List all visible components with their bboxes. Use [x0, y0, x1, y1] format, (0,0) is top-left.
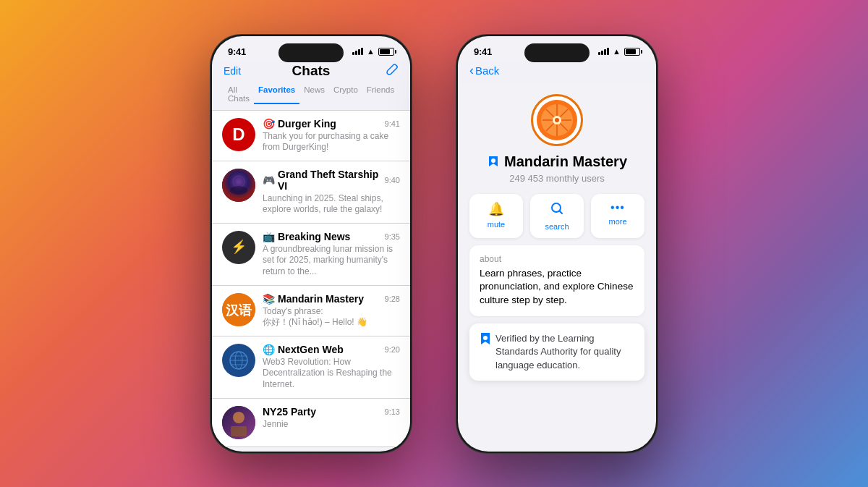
- svg-point-23: [491, 158, 495, 163]
- profile-body: Mandarin Mastery 249 453 monthly users 🔔…: [458, 84, 656, 391]
- about-text: Learn phrases, practice pronunciation, a…: [480, 267, 634, 308]
- mute-button[interactable]: 🔔 mute: [469, 194, 523, 238]
- chat-time-breaking-news: 9:35: [385, 232, 400, 241]
- chat-preview-durger-king: Thank you for purchasing a cake from Dur…: [263, 131, 400, 153]
- verified-bookmark-icon: [480, 332, 491, 372]
- tab-friends[interactable]: Friends: [362, 84, 399, 104]
- svg-rect-14: [231, 426, 247, 436]
- chats-title: Chats: [247, 63, 375, 79]
- chat-name-nextgen-web: 🌐 NextGen Web: [263, 344, 344, 355]
- mute-label: mute: [488, 220, 505, 229]
- svg-point-26: [483, 336, 488, 340]
- chat-time-ny25-party: 9:13: [385, 407, 400, 416]
- tab-news[interactable]: News: [299, 84, 329, 104]
- profile-nav: ‹ Back: [458, 60, 656, 84]
- more-button[interactable]: ••• more: [591, 194, 644, 238]
- chats-header: Edit Chats All Chats Favorites News Cryp…: [212, 60, 410, 111]
- status-icons-2: ▲: [598, 47, 640, 56]
- back-chevron-icon: ‹: [469, 63, 474, 78]
- svg-text:汉语: 汉语: [226, 303, 252, 318]
- chat-name-breaking-news: 📺 Breaking News: [263, 231, 350, 242]
- chat-content-mandarin-mastery: 📚 Mandarin Mastery 9:28 Today's phrase:你…: [263, 293, 400, 329]
- more-icon: •••: [610, 201, 625, 214]
- signal-icon-2: [598, 48, 609, 55]
- verified-text: Verified by the Learning Standards Autho…: [495, 332, 634, 372]
- chat-preview-breaking-news: A groundbreaking lunar mission is set fo…: [263, 244, 400, 278]
- phone-profile: 9:41 ▲ ‹ Back: [456, 34, 658, 454]
- chat-item-ny25-party[interactable]: NY25 Party 9:13 Jennie: [212, 399, 410, 447]
- chat-preview-ny25-party: Jennie: [263, 419, 400, 431]
- tab-crypto[interactable]: Crypto: [329, 84, 362, 104]
- back-button[interactable]: ‹ Back: [469, 63, 644, 78]
- avatar-mandarin-mastery: 汉语: [222, 293, 255, 326]
- chat-item-breaking-news[interactable]: ⚡ 📺 Breaking News 9:35 A groundbreaking …: [212, 224, 410, 286]
- more-label: more: [608, 217, 626, 226]
- phone-chats: 9:41 ▲ Edit Chats: [210, 34, 412, 454]
- chat-time-grand-theft: 9:40: [385, 176, 400, 185]
- chat-time-nextgen-web: 9:20: [385, 345, 400, 354]
- mute-icon: 🔔: [488, 201, 504, 217]
- svg-rect-0: [222, 169, 255, 202]
- about-card: about Learn phrases, practice pronunciat…: [469, 245, 644, 317]
- svg-point-22: [555, 118, 559, 122]
- avatar-breaking-news: ⚡: [222, 231, 255, 264]
- tab-favorites[interactable]: Favorites: [254, 84, 299, 104]
- chat-content-nextgen-web: 🌐 NextGen Web 9:20 Web3 Revolution: How …: [263, 344, 400, 391]
- svg-point-2: [230, 186, 247, 195]
- chats-nav: Edit Chats: [224, 63, 399, 80]
- chat-time-mandarin-mastery: 9:28: [385, 295, 400, 303]
- chat-item-grand-theft[interactable]: 🎮 Grand Theft Starship VI 9:40 Launching…: [212, 161, 410, 224]
- action-buttons: 🔔 mute search ••• more: [469, 194, 644, 238]
- svg-line-25: [560, 211, 563, 213]
- signal-icon: [352, 48, 363, 55]
- chat-content-durger-king: 🎯 Durger King 9:41 Thank you for purchas…: [263, 118, 400, 153]
- wifi-icon: ▲: [367, 47, 375, 56]
- avatar-nextgen-web: [222, 344, 255, 377]
- status-time-2: 9:41: [474, 46, 492, 57]
- search-button[interactable]: search: [530, 194, 584, 238]
- avatar-durger-king: D: [222, 118, 255, 151]
- search-label: search: [545, 222, 569, 231]
- profile-name: Mandarin Mastery: [487, 153, 627, 170]
- dynamic-island-2: [524, 43, 590, 62]
- chat-list: D 🎯 Durger King 9:41 Thank you for purch…: [212, 111, 410, 447]
- avatar-grand-theft: [222, 169, 255, 202]
- chat-name-durger-king: 🎯 Durger King: [263, 118, 336, 130]
- svg-point-13: [233, 412, 244, 423]
- bookmark-verified-icon: [487, 155, 500, 168]
- tab-all-chats[interactable]: All Chats: [224, 84, 254, 104]
- chat-time-durger-king: 9:41: [385, 119, 400, 128]
- battery-icon: [378, 48, 394, 56]
- edit-button[interactable]: Edit: [224, 65, 247, 77]
- verified-card: Verified by the Learning Standards Autho…: [469, 323, 644, 381]
- about-label: about: [480, 254, 634, 264]
- chat-content-breaking-news: 📺 Breaking News 9:35 A groundbreaking lu…: [263, 231, 400, 278]
- avatar-ny25-party: [222, 406, 255, 439]
- chat-name-ny25-party: NY25 Party: [263, 406, 316, 418]
- chat-name-mandarin-mastery: 📚 Mandarin Mastery: [263, 293, 364, 305]
- chat-item-durger-king[interactable]: D 🎯 Durger King 9:41 Thank you for purch…: [212, 111, 410, 161]
- chat-item-nextgen-web[interactable]: 🌐 NextGen Web 9:20 Web3 Revolution: How …: [212, 336, 410, 399]
- dynamic-island: [278, 43, 344, 62]
- chat-preview-nextgen-web: Web3 Revolution: How Decentralization is…: [263, 357, 400, 391]
- wifi-icon-2: ▲: [613, 47, 621, 56]
- back-label: Back: [475, 64, 499, 77]
- profile-users-count: 249 453 monthly users: [509, 173, 605, 184]
- compose-button[interactable]: [375, 63, 399, 80]
- profile-logo: [531, 94, 583, 146]
- chat-content-grand-theft: 🎮 Grand Theft Starship VI 9:40 Launching…: [263, 169, 400, 216]
- status-icons-1: ▲: [352, 47, 394, 56]
- chats-tabs: All Chats Favorites News Crypto Friends: [224, 84, 399, 104]
- chat-content-ny25-party: NY25 Party 9:13 Jennie: [263, 406, 400, 431]
- search-icon: [550, 201, 564, 219]
- svg-text:⚡: ⚡: [231, 239, 247, 255]
- status-time-1: 9:41: [228, 46, 246, 57]
- chat-name-grand-theft: 🎮 Grand Theft Starship VI: [263, 169, 385, 192]
- chat-item-mandarin-mastery[interactable]: 汉语 📚 Mandarin Mastery 9:28 Today's phras…: [212, 286, 410, 336]
- battery-icon-2: [624, 48, 640, 56]
- chat-preview-grand-theft: Launching in 2025. Steal ships, explore …: [263, 193, 400, 216]
- chat-preview-mandarin-mastery: Today's phrase:你好！(Nǐ hǎo!) – Hello! 👋: [263, 306, 400, 329]
